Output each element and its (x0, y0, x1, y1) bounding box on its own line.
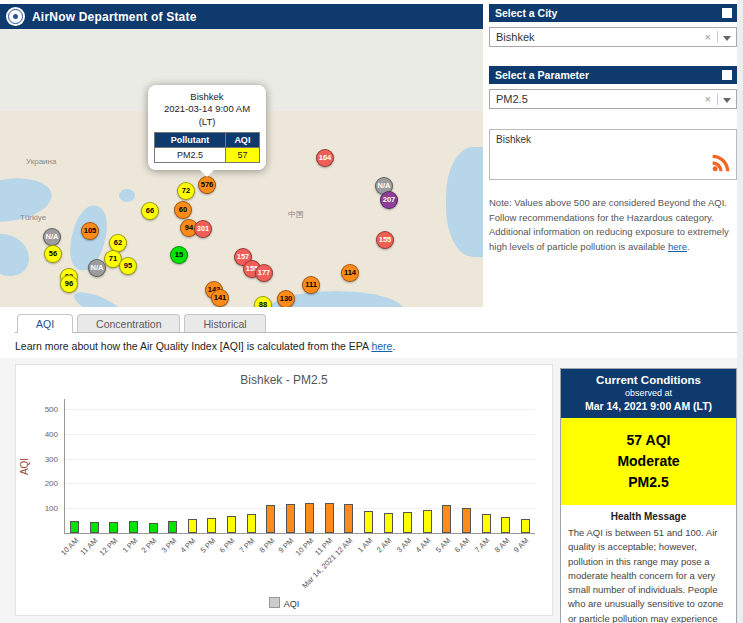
map-place-label: Türkiye (20, 213, 46, 222)
tab-concentration[interactable]: Concentration (77, 314, 180, 332)
current-aqi-category: Moderate (561, 451, 736, 472)
map-aqi-marker[interactable]: 96 (60, 275, 78, 293)
select-city-label: Select a City (495, 7, 557, 19)
learn-text: Learn more about how the Air Quality Ind… (15, 340, 371, 352)
map-aqi-marker[interactable]: 15 (170, 246, 188, 264)
parameter-select[interactable]: PM2.5 × (489, 89, 737, 109)
map-aqi-marker[interactable]: 105 (81, 222, 99, 240)
city-select[interactable]: Bishkek × (489, 27, 737, 47)
chart-bar (462, 508, 471, 533)
aqi-map[interactable]: УкраинаTürkiye中国 72576606662105N/A943011… (0, 29, 483, 307)
parameter-chevron-down-icon[interactable] (723, 98, 731, 103)
current-conditions-title: Current Conditions (563, 374, 734, 386)
observed-at-value: Mar 14, 2021 9:00 AM (LT) (563, 400, 734, 412)
observed-at-label: observed at (563, 388, 734, 398)
note-text: Note: Values above 500 are considered Be… (489, 197, 729, 252)
map-aqi-marker[interactable]: 60 (174, 201, 192, 219)
parameter-clear-icon[interactable]: × (705, 90, 711, 108)
dos-seal-logo (6, 7, 25, 26)
city-select-value: Bishkek (496, 31, 535, 43)
city-panel-collapse-icon[interactable] (722, 8, 732, 18)
popup-aqi-value: 57 (225, 148, 259, 163)
chart-bar (325, 503, 334, 533)
map-aqi-marker[interactable]: N/A (43, 228, 61, 246)
chart-gridline (65, 409, 535, 410)
param-panel-collapse-icon[interactable] (722, 70, 732, 80)
map-aqi-marker[interactable]: 56 (44, 245, 62, 263)
map-aqi-marker[interactable]: 114 (341, 264, 359, 282)
chart-bar (364, 511, 373, 533)
app-header: AirNow Department of State (0, 4, 483, 29)
chart-bar (247, 514, 256, 533)
tab-aqi[interactable]: AQI (17, 314, 73, 333)
chart-y-tick: 300 (30, 455, 58, 464)
note-suffix: . (687, 241, 690, 252)
chart-bar (286, 504, 295, 533)
map-aqi-marker[interactable]: 301 (194, 220, 212, 238)
map-aqi-marker[interactable]: 141 (211, 289, 229, 307)
select-parameter-label: Select a Parameter (495, 69, 589, 81)
chart-bar (305, 503, 314, 533)
chart-title: Bishkek - PM2.5 (16, 373, 552, 387)
tab-bar: AQI Concentration Historical (15, 314, 737, 333)
map-aqi-marker[interactable]: 88 (254, 296, 272, 307)
map-place-label: 中国 (288, 209, 304, 220)
note-here-link[interactable]: here (668, 241, 687, 252)
chart-bar (482, 514, 491, 533)
learn-more-text: Learn more about how the Air Quality Ind… (15, 340, 395, 352)
map-aqi-marker[interactable]: 95 (119, 257, 137, 275)
chart-y-tick: 400 (30, 430, 58, 439)
rss-icon[interactable] (711, 153, 731, 175)
current-aqi-value: 57 AQI (561, 430, 736, 451)
chart-bar (109, 522, 118, 533)
popup-timezone: (LT) (154, 116, 260, 128)
map-aqi-marker[interactable]: 177 (255, 264, 273, 282)
chart-bar (266, 505, 275, 533)
chart-bar (129, 521, 138, 533)
popup-col-aqi: AQI (225, 133, 259, 148)
parameter-select-value: PM2.5 (496, 93, 528, 105)
select-city-header: Select a City (489, 4, 737, 22)
chart-y-tick: 200 (30, 479, 58, 488)
chart-bar (207, 518, 216, 533)
city-clear-icon[interactable]: × (705, 28, 711, 46)
chart-gridline (65, 434, 535, 435)
chart-bar (403, 512, 412, 533)
chart-bar (227, 516, 236, 533)
map-aqi-marker[interactable]: 207 (380, 191, 398, 209)
chart-bar (168, 521, 177, 533)
city-select-divider (717, 31, 718, 43)
chart-bar (442, 505, 451, 533)
map-aqi-marker[interactable]: 72 (177, 182, 195, 200)
chart-bar (384, 513, 393, 533)
map-aqi-marker[interactable]: 111 (302, 276, 320, 294)
chart-bar (344, 504, 353, 533)
chart-bar (423, 510, 432, 533)
learn-here-link[interactable]: here (371, 340, 392, 352)
chart-bar (521, 519, 530, 533)
map-aqi-marker[interactable]: 576 (198, 176, 216, 194)
mediterranean-sea-shape (0, 228, 35, 282)
beyond-aqi-note: Note: Values above 500 are considered Be… (489, 196, 737, 255)
current-conditions-header: Current Conditions observed at Mar 14, 2… (561, 369, 736, 418)
chart-gridline (65, 483, 535, 484)
chart-bar (70, 521, 79, 533)
map-popup: Bishkek 2021-03-14 9:00 AM (LT) Pollutan… (148, 85, 266, 170)
health-message-text: The AQI is between 51 and 100. Air quali… (561, 524, 736, 623)
map-aqi-marker[interactable]: 164 (316, 149, 334, 167)
chart-plot-area (64, 399, 535, 534)
select-parameter-header: Select a Parameter (489, 66, 737, 84)
current-conditions-panel: Current Conditions observed at Mar 14, 2… (560, 368, 737, 623)
popup-col-pollutant: Pollutant (155, 133, 226, 148)
health-message-header: Health Message (561, 505, 736, 524)
map-aqi-marker[interactable]: 66 (141, 202, 159, 220)
aqi-chart-panel: Bishkek - PM2.5 AQI AQI 1002003004005001… (15, 364, 553, 616)
map-aqi-marker[interactable]: 130 (277, 290, 295, 307)
city-chevron-down-icon[interactable] (723, 36, 731, 41)
popup-datetime: 2021-03-14 9:00 AM (154, 103, 260, 115)
app-title: AirNow Department of State (32, 10, 197, 24)
chart-bar (90, 522, 99, 533)
map-aqi-marker[interactable]: N/A (88, 259, 106, 277)
map-aqi-marker[interactable]: 155 (376, 231, 394, 249)
tab-historical[interactable]: Historical (184, 314, 265, 332)
